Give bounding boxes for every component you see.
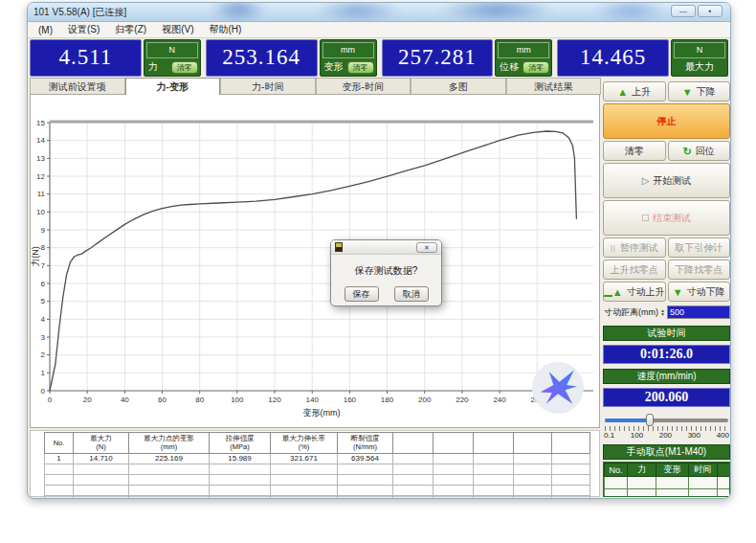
svg-text:14: 14 xyxy=(36,136,45,145)
tab-test-results[interactable]: 测试结果 xyxy=(506,78,602,95)
svg-text:15: 15 xyxy=(36,119,45,127)
tab-force-deformation[interactable]: 力-变形 xyxy=(125,78,221,95)
svg-text:60: 60 xyxy=(158,396,167,404)
start-test-button[interactable]: ▷开始测试 xyxy=(603,163,730,198)
displacement-clear-button[interactable]: 清零 xyxy=(523,61,549,74)
tab-force-time[interactable]: 力-时间 xyxy=(220,78,316,95)
menu-settings[interactable]: 设置(S) xyxy=(61,22,106,37)
finish-test-button[interactable]: 结束测试 xyxy=(603,200,730,236)
svg-text:10: 10 xyxy=(36,208,45,216)
tab-multi-plot[interactable]: 多图 xyxy=(411,78,506,95)
dialog-title-bar: ✕ xyxy=(331,240,441,255)
maxforce-unit-label: N xyxy=(674,42,725,58)
results-cell xyxy=(129,464,210,474)
pause-test-button[interactable]: ||暂停测试 xyxy=(603,238,666,258)
force-clear-button[interactable]: 清零 xyxy=(171,61,198,74)
results-cell xyxy=(552,464,590,474)
maxforce-channel-label: 最大力 xyxy=(674,60,725,74)
svg-text:变形(mm): 变形(mm) xyxy=(303,408,341,418)
window-aux-button[interactable]: ▪ xyxy=(698,5,723,17)
return-home-button[interactable]: ↻回位 xyxy=(668,141,731,161)
results-cell: 14.710 xyxy=(74,453,129,464)
down-arrow-icon: ▼ xyxy=(682,87,693,97)
results-cell xyxy=(45,495,74,499)
menu-zero[interactable]: 归零(Z) xyxy=(108,22,153,37)
content-area: 4.511 N 力 清零 253.164 mm 变形 清零 xyxy=(28,38,730,499)
results-cell xyxy=(393,474,434,485)
jog-distance-row: 寸动距离(mm) ▲▼ xyxy=(603,304,730,321)
speed-slider[interactable]: 0.1 100 200 300 400 xyxy=(603,414,730,440)
manual-row xyxy=(605,477,730,489)
results-cell xyxy=(338,495,393,499)
svg-text:4: 4 xyxy=(41,315,46,324)
down-button[interactable]: ▼下降 xyxy=(668,81,731,102)
slider-fill xyxy=(605,419,652,422)
results-cell xyxy=(434,495,474,499)
down-find-zero-button[interactable]: 下降找零点 xyxy=(668,260,731,280)
results-cell xyxy=(74,474,129,485)
up-find-zero-button[interactable]: 上升找零点 xyxy=(603,260,666,280)
force-deformation-chart: 0123456789101112131415020406080100120140… xyxy=(31,95,599,427)
results-cell xyxy=(393,485,434,495)
slider-thumb[interactable] xyxy=(646,414,654,426)
save-button[interactable]: 保存 xyxy=(345,286,379,302)
minimize-button[interactable]: — xyxy=(671,5,696,17)
slider-labels: 0.1 100 200 300 400 xyxy=(603,431,730,440)
force-value-display: 4.511 xyxy=(30,39,142,77)
table-row xyxy=(45,495,590,499)
svg-text:0: 0 xyxy=(41,387,46,396)
results-column-header xyxy=(552,433,590,454)
displacement-readout-group: 257.281 mm 位移 清零 xyxy=(382,39,553,77)
results-cell xyxy=(393,495,434,499)
results-cell xyxy=(514,474,552,485)
deformation-clear-button[interactable]: 清零 xyxy=(347,61,374,74)
title-bar: 101 V5.58(A) [已连接] — ▪ xyxy=(28,3,730,22)
jog-down-button[interactable]: ▼寸动下降 xyxy=(668,282,731,302)
deformation-value-display: 253.164 xyxy=(206,39,318,77)
speed-display: 200.060 xyxy=(603,388,730,407)
svg-text:160: 160 xyxy=(344,396,357,404)
menu-help[interactable]: 帮助(H) xyxy=(202,22,248,37)
deformation-unit-label: mm xyxy=(322,42,374,58)
menu-main[interactable]: (M) xyxy=(32,24,59,36)
up-button[interactable]: ▲上升 xyxy=(603,81,666,102)
menu-view[interactable]: 视图(V) xyxy=(155,22,200,37)
readout-row: 4.511 N 力 清零 253.164 mm 变形 清零 xyxy=(30,39,728,77)
results-cell: 321.671 xyxy=(271,453,338,464)
results-column-header: 最大力伸长率 (%) xyxy=(271,433,338,454)
results-cell xyxy=(129,495,210,499)
stop-button[interactable]: 停止 xyxy=(603,103,730,139)
svg-text:7: 7 xyxy=(41,261,46,270)
glass-decoration xyxy=(210,3,267,22)
results-column-header: 拉伸强度 (MPa) xyxy=(210,433,271,454)
svg-text:100: 100 xyxy=(231,396,244,404)
jog-up-button[interactable]: ▲寸动上升 xyxy=(603,282,666,302)
remove-extensometer-button[interactable]: 取下引伸计 xyxy=(668,238,731,258)
manual-cell xyxy=(718,477,730,489)
deformation-unit-panel: mm 变形 清零 xyxy=(320,39,377,77)
results-cell xyxy=(474,474,514,485)
results-cell xyxy=(271,464,338,474)
test-time-header: 试验时间 xyxy=(603,326,730,341)
results-cell xyxy=(474,464,514,474)
spinner-icon[interactable]: ▲▼ xyxy=(660,308,665,316)
results-cell xyxy=(552,453,590,464)
cancel-button[interactable]: 取消 xyxy=(394,286,429,302)
results-column-header xyxy=(514,433,552,454)
zero-button[interactable]: 清零 xyxy=(603,141,666,161)
results-cell xyxy=(74,495,129,499)
jog-distance-input[interactable] xyxy=(667,305,730,319)
displacement-value-display: 257.281 xyxy=(382,39,494,77)
manual-cell xyxy=(628,489,656,498)
results-cell xyxy=(271,474,338,485)
dialog-close-button[interactable]: ✕ xyxy=(416,242,437,253)
displacement-unit-label: mm xyxy=(498,42,549,58)
manual-column-header: 力 xyxy=(628,464,656,477)
tab-deformation-time[interactable]: 变形-时间 xyxy=(316,78,411,95)
results-cell xyxy=(210,474,271,485)
tab-pretest-settings[interactable]: 测试前设置项 xyxy=(30,78,125,95)
manual-cell xyxy=(656,477,689,489)
deformation-channel-label: 变形 xyxy=(322,60,344,74)
svg-text:9: 9 xyxy=(41,226,46,235)
glass-decoration xyxy=(439,3,554,22)
